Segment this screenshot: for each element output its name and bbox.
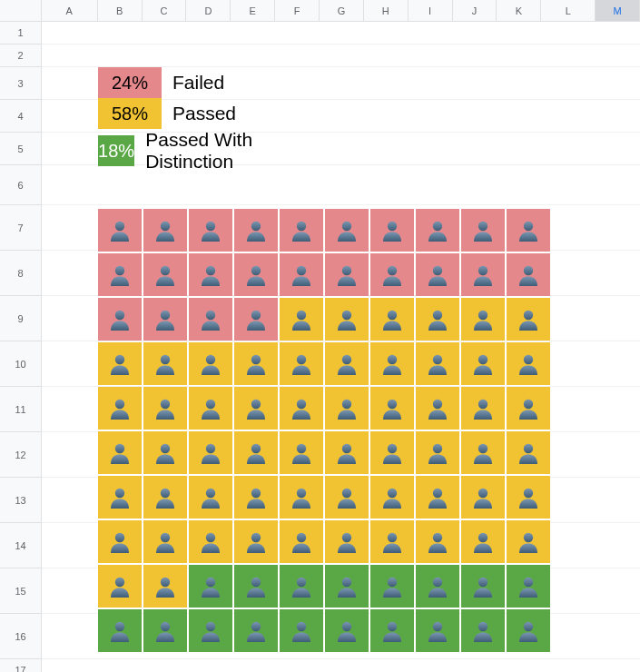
column-header-d[interactable]: D — [186, 0, 231, 21]
waffle-chart — [98, 209, 550, 652]
waffle-cell — [143, 565, 187, 608]
person-icon — [428, 442, 448, 464]
waffle-cell — [507, 431, 550, 474]
waffle-cell — [189, 253, 232, 296]
svg-point-61 — [161, 488, 170, 497]
row-header-6[interactable]: 6 — [0, 165, 42, 205]
waffle-cell — [143, 342, 187, 385]
waffle-cell — [461, 342, 505, 385]
waffle-cell — [461, 431, 505, 474]
waffle-cell — [416, 387, 459, 430]
waffle-cell — [461, 209, 505, 252]
legend-row-failed: 24% Failed — [98, 67, 261, 98]
waffle-cell — [234, 298, 278, 341]
column-header-h[interactable]: H — [364, 0, 409, 21]
waffle-cell — [98, 253, 142, 296]
person-icon — [155, 353, 175, 375]
person-icon — [291, 487, 311, 509]
row-header-17[interactable]: 17 — [0, 659, 42, 672]
row-header-5[interactable]: 5 — [0, 133, 42, 165]
waffle-cell — [143, 476, 187, 519]
svg-point-36 — [388, 354, 397, 363]
person-icon — [382, 220, 402, 242]
row-header-16[interactable]: 16 — [0, 614, 42, 659]
svg-point-60 — [115, 488, 124, 497]
person-icon — [201, 309, 221, 331]
column-header-e[interactable]: E — [231, 0, 275, 21]
column-header-f[interactable]: F — [275, 0, 320, 21]
column-header-g[interactable]: G — [320, 0, 364, 21]
column-header-a[interactable]: A — [42, 0, 98, 21]
svg-point-49 — [524, 399, 533, 408]
svg-point-56 — [388, 443, 397, 452]
legend-swatch-distinction: 18% — [98, 135, 134, 166]
person-icon — [155, 576, 175, 598]
person-icon — [518, 309, 538, 331]
column-header-b[interactable]: B — [98, 0, 143, 21]
column-header-l[interactable]: L — [541, 0, 596, 21]
waffle-cell — [143, 387, 187, 430]
person-icon — [382, 398, 402, 420]
person-icon — [201, 442, 221, 464]
waffle-cell — [325, 565, 369, 608]
svg-point-72 — [206, 532, 215, 541]
cell-grid[interactable]: 24% Failed 58% Passed 18% P — [42, 22, 640, 672]
person-icon — [155, 398, 175, 420]
row-header-14[interactable]: 14 — [0, 523, 42, 568]
svg-point-7 — [433, 221, 442, 230]
row-header-13[interactable]: 13 — [0, 478, 42, 523]
row-header-7[interactable]: 7 — [0, 205, 42, 251]
person-icon — [291, 442, 311, 464]
person-icon — [246, 487, 266, 509]
row-header-12[interactable]: 12 — [0, 432, 42, 478]
person-icon — [428, 487, 448, 509]
waffle-cell — [416, 609, 459, 652]
row-header-15[interactable]: 15 — [0, 568, 42, 614]
person-icon — [246, 220, 266, 242]
person-icon — [473, 487, 493, 509]
person-icon — [246, 576, 266, 598]
person-icon — [473, 353, 493, 375]
waffle-cell — [98, 387, 142, 430]
row-header-3[interactable]: 3 — [0, 67, 42, 100]
waffle-cell — [280, 565, 323, 608]
column-header-i[interactable]: I — [409, 0, 453, 21]
waffle-cell — [143, 298, 187, 341]
person-icon — [473, 620, 493, 642]
waffle-cell — [370, 209, 414, 252]
person-icon — [155, 487, 175, 509]
column-header-j[interactable]: J — [453, 0, 497, 21]
svg-point-0 — [115, 221, 124, 230]
svg-point-42 — [206, 399, 215, 408]
row-header-11[interactable]: 11 — [0, 387, 42, 432]
waffle-cell — [370, 253, 414, 296]
person-icon — [337, 576, 357, 598]
column-header-m[interactable]: M — [596, 0, 640, 21]
svg-point-70 — [115, 532, 124, 541]
person-icon — [110, 487, 130, 509]
row-header-2[interactable]: 2 — [0, 44, 42, 67]
svg-point-69 — [524, 488, 533, 497]
corner-cell[interactable] — [0, 0, 42, 21]
svg-point-20 — [115, 310, 124, 319]
person-icon — [291, 309, 311, 331]
row-header-1[interactable]: 1 — [0, 22, 42, 44]
waffle-cell — [280, 520, 323, 563]
person-icon — [382, 309, 402, 331]
svg-point-34 — [297, 354, 306, 363]
row-header-8[interactable]: 8 — [0, 251, 42, 296]
row-header-9[interactable]: 9 — [0, 296, 42, 341]
legend-swatch-failed: 24% — [98, 67, 162, 98]
row-header-10[interactable]: 10 — [0, 341, 42, 387]
waffle-cell — [98, 209, 142, 252]
svg-point-44 — [297, 399, 306, 408]
column-header-c[interactable]: C — [143, 0, 187, 21]
row-header-4[interactable]: 4 — [0, 100, 42, 133]
column-header-k[interactable]: K — [497, 0, 541, 21]
svg-point-16 — [388, 265, 397, 274]
svg-point-9 — [524, 221, 533, 230]
svg-point-68 — [478, 488, 487, 497]
person-icon — [518, 487, 538, 509]
svg-point-66 — [388, 488, 397, 497]
waffle-cell — [189, 209, 232, 252]
